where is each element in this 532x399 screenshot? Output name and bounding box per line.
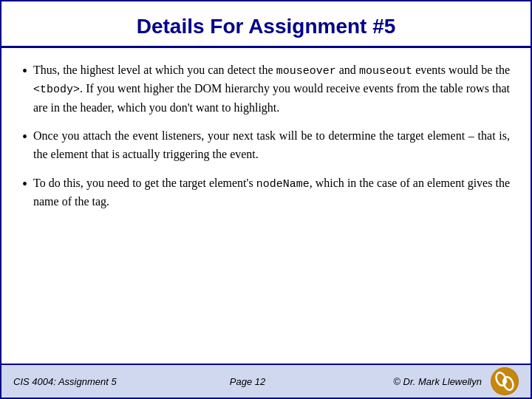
- bullet-icon: •: [22, 173, 27, 196]
- list-item: • To do this, you need to get the target…: [22, 174, 510, 211]
- slide-body: • Thus, the highest level at which you c…: [1, 48, 531, 364]
- list-item: • Once you attach the event listeners, y…: [22, 127, 510, 164]
- list-item: • Thus, the highest level at which you c…: [22, 61, 510, 117]
- slide: Details For Assignment #5 • Thus, the hi…: [0, 0, 532, 399]
- bullet1-text: Thus, the highest level at which you can…: [33, 61, 510, 117]
- footer-logo: [491, 367, 519, 395]
- slide-footer: CIS 4004: Assignment 5 Page 12 © Dr. Mar…: [1, 364, 531, 398]
- code-tbody: <tbody>: [33, 83, 80, 96]
- bullet2-text: Once you attach the event listeners, you…: [33, 127, 510, 164]
- bullet3-text: To do this, you need to get the target e…: [33, 174, 510, 211]
- slide-title: Details For Assignment #5: [16, 15, 516, 38]
- code-mouseover: mouseover: [276, 65, 336, 78]
- footer-course: CIS 4004: Assignment 5: [13, 376, 169, 387]
- footer-copyright: © Dr. Mark Llewellyn: [326, 376, 482, 387]
- logo-circle: [491, 367, 519, 395]
- bullet-icon: •: [22, 126, 27, 149]
- slide-header: Details For Assignment #5: [1, 1, 531, 48]
- code-nodename: nodeName: [256, 178, 310, 191]
- logo-svg: [491, 367, 519, 395]
- code-mouseout: mouseout: [359, 65, 412, 78]
- bullet-icon: •: [22, 60, 27, 83]
- svg-point-3: [502, 379, 507, 383]
- footer-page: Page 12: [169, 376, 325, 387]
- bullet-list: • Thus, the highest level at which you c…: [22, 61, 510, 211]
